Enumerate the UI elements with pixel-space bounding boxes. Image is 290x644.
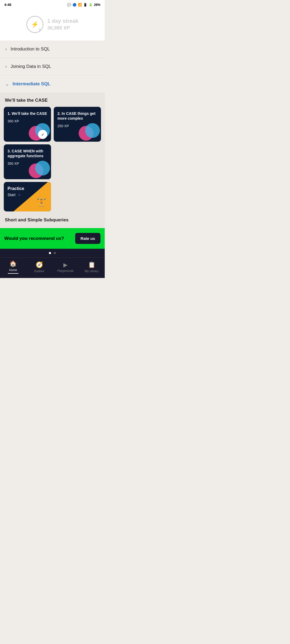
- chevron-right-icon: ›: [5, 47, 7, 52]
- playgrounds-icon: ▶: [63, 262, 67, 268]
- whatsapp-icon: 💬: [67, 3, 71, 7]
- card-title-1: 1. We'll take the CASE: [8, 111, 47, 116]
- rate-us-button[interactable]: Rate us: [75, 233, 100, 244]
- card-xp-3: 350 XP: [8, 162, 47, 166]
- course-item-joining-sql[interactable]: › Joining Data in SQL: [0, 58, 105, 75]
- chevron-right-icon-2: ›: [5, 64, 7, 69]
- lightning-icon: ⚡: [31, 21, 39, 28]
- course-item-intermediate-sql[interactable]: ⌄ Intermediate SQL: [0, 75, 105, 93]
- signal-icon: 📱: [83, 3, 87, 7]
- course-label-intermediate: Intermediate SQL: [13, 81, 50, 87]
- empty-cell: [54, 144, 101, 179]
- nav-label-home: Home: [9, 268, 17, 272]
- course-list: › Introduction to SQL › Joining Data in …: [0, 41, 105, 228]
- nav-label-my-library: My Library: [85, 269, 99, 273]
- card-circles-3: [30, 158, 51, 179]
- battery-percent: 26%: [94, 3, 100, 7]
- explore-icon: 🧭: [36, 261, 43, 268]
- card-xp-1: 350 XP: [8, 119, 47, 123]
- streak-section: ⚡ 1 1 day streak 36,980 XP: [0, 8, 105, 41]
- bottom-nav: 🏠 Home 🧭 Explore ▶ Playgrounds 📋 My Libr…: [0, 257, 105, 278]
- nav-home-underline: [8, 273, 19, 274]
- subsection-title-1: We'll take the CASE: [4, 98, 101, 103]
- nav-item-home[interactable]: 🏠 Home: [0, 260, 26, 274]
- check-badge-1: ✓: [38, 130, 47, 139]
- streak-xp: 36,980 XP: [47, 25, 78, 31]
- banner-question: Would you recommend us?: [4, 236, 75, 241]
- cards-grid: 1. We'll take the CASE 350 XP ✓ 2. In CA…: [4, 107, 101, 179]
- wifi-icon: 📶: [78, 3, 82, 7]
- expanded-section-intermediate: We'll take the CASE 1. We'll take the CA…: [0, 93, 105, 228]
- status-bar: 4:48 💬 🔵 📶 📱 🔋 26%: [0, 0, 105, 8]
- nav-label-explore: Explore: [34, 269, 44, 273]
- nav-item-playgrounds[interactable]: ▶ Playgrounds: [52, 262, 79, 272]
- course-label-intro: Introduction to SQL: [10, 46, 50, 52]
- practice-start: Start →: [8, 193, 47, 197]
- practice-card[interactable]: Practice Start → 🏋️: [4, 182, 51, 211]
- streak-days: 1 day streak: [47, 18, 78, 24]
- dots-row: [0, 249, 105, 257]
- subsection-title-2: Short and Simple Subqueries: [4, 217, 101, 223]
- dumbbell-icon: 🏋️: [37, 198, 46, 207]
- nav-label-playgrounds: Playgrounds: [57, 269, 74, 272]
- library-icon: 📋: [88, 261, 95, 268]
- streak-info: 1 day streak 36,980 XP: [47, 18, 78, 31]
- chevron-down-icon: ⌄: [5, 82, 9, 87]
- card-title-3: 3. CASE WHEN with aggregate functions: [8, 149, 47, 158]
- practice-title: Practice: [8, 186, 47, 191]
- card-title-2: 2. In CASE things get more complex: [57, 111, 97, 121]
- bottom-banner: Would you recommend us? Rate us: [0, 228, 105, 249]
- course-label-joining: Joining Data in SQL: [10, 64, 51, 69]
- course-item-intro-sql[interactable]: › Introduction to SQL: [0, 41, 105, 58]
- lesson-card-2[interactable]: 2. In CASE things get more complex 250 X…: [54, 107, 101, 142]
- nav-item-my-library[interactable]: 📋 My Library: [79, 261, 105, 273]
- bluetooth-icon: 🔵: [73, 3, 77, 7]
- status-time: 4:48: [4, 3, 11, 7]
- dot-1: [49, 252, 51, 254]
- card-circles-2: [79, 120, 101, 142]
- home-icon: 🏠: [9, 260, 17, 267]
- nav-item-explore[interactable]: 🧭 Explore: [26, 261, 53, 273]
- lesson-card-3[interactable]: 3. CASE WHEN with aggregate functions 35…: [4, 144, 51, 179]
- lesson-card-1[interactable]: 1. We'll take the CASE 350 XP ✓: [4, 107, 51, 142]
- streak-icon: ⚡ 1: [26, 16, 44, 33]
- card-xp-2: 250 XP: [57, 124, 97, 128]
- dot-2: [54, 252, 56, 254]
- battery-icon: 🔋: [89, 3, 93, 7]
- status-icons: 💬 🔵 📶 📱 🔋 26%: [67, 3, 100, 7]
